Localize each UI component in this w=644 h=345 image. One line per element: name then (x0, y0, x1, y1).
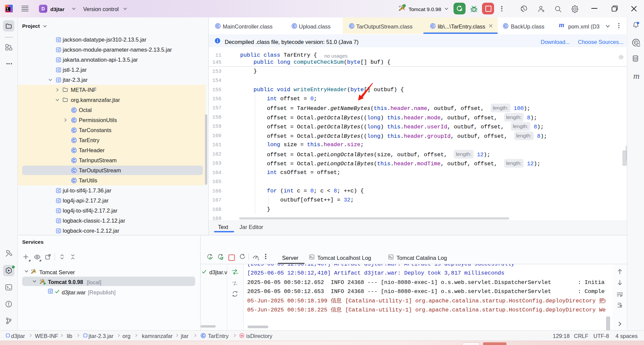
svg-text:m: m (240, 334, 243, 337)
